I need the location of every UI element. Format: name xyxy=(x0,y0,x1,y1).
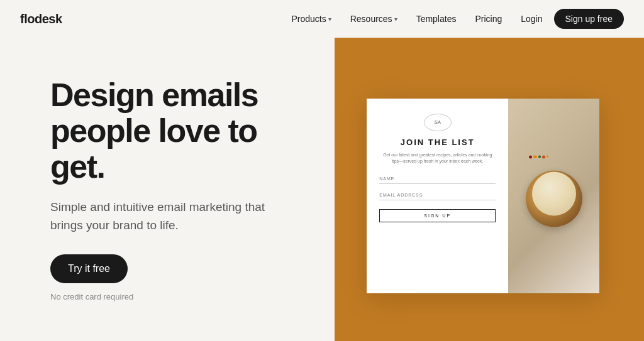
card-logo-text: SA xyxy=(434,119,441,125)
logo[interactable]: flodesk xyxy=(20,12,62,26)
nav-label-products: Products xyxy=(291,14,326,24)
bowl-contents xyxy=(532,171,576,215)
nav-item-pricing[interactable]: Pricing xyxy=(467,10,509,28)
nav-item-resources[interactable]: Resources ▾ xyxy=(343,10,405,28)
login-button[interactable]: Login xyxy=(513,10,550,28)
hero-subtext: Simple and intuitive email marketing tha… xyxy=(50,198,283,234)
garnish-dot-5 xyxy=(547,155,548,157)
garnish-dot-2 xyxy=(533,155,537,158)
no-credit-text: No credit card required xyxy=(50,292,304,301)
nav-label-templates: Templates xyxy=(416,14,457,24)
nav-item-templates[interactable]: Templates xyxy=(409,10,464,28)
nav-item-products[interactable]: Products ▾ xyxy=(284,10,338,28)
hero-headline: Design emails people love to get. xyxy=(50,77,304,185)
hero-section: Design emails people love to get. Simple… xyxy=(0,38,335,341)
nav-label-pricing: Pricing xyxy=(475,14,502,24)
email-template-preview: SA JOIN THE LIST Get our latest and grea… xyxy=(367,99,599,293)
cta-button[interactable]: Try it free xyxy=(50,254,128,283)
navigation: flodesk Products ▾ Resources ▾ Templates… xyxy=(0,0,644,38)
chevron-down-icon: ▾ xyxy=(328,16,331,23)
login-label: Login xyxy=(521,14,542,24)
garnish-dot-1 xyxy=(529,155,532,158)
card-email-input[interactable] xyxy=(379,190,496,200)
main-content: Design emails people love to get. Simple… xyxy=(0,38,644,341)
food-image xyxy=(508,99,599,293)
chevron-down-icon: ▾ xyxy=(394,16,397,23)
card-brand-logo: SA xyxy=(424,114,452,131)
card-form-section: SA JOIN THE LIST Get our latest and grea… xyxy=(367,99,508,293)
nav-label-resources: Resources xyxy=(350,14,392,24)
card-image-section xyxy=(508,99,599,293)
garnish-dot-4 xyxy=(542,155,545,158)
card-description: Get our latest and greatest recipes, art… xyxy=(379,152,496,165)
signup-button[interactable]: Sign up free xyxy=(554,9,625,29)
card-signup-button[interactable]: SIGN UP xyxy=(379,209,496,222)
hero-image-panel: SA JOIN THE LIST Get our latest and grea… xyxy=(335,38,644,341)
nav-links: Products ▾ Resources ▾ Templates Pricing… xyxy=(284,9,624,29)
bowl-garnish xyxy=(529,155,560,158)
card-name-input[interactable] xyxy=(379,174,496,184)
card-title: JOIN THE LIST xyxy=(401,138,475,147)
garnish-dot-3 xyxy=(538,155,541,158)
